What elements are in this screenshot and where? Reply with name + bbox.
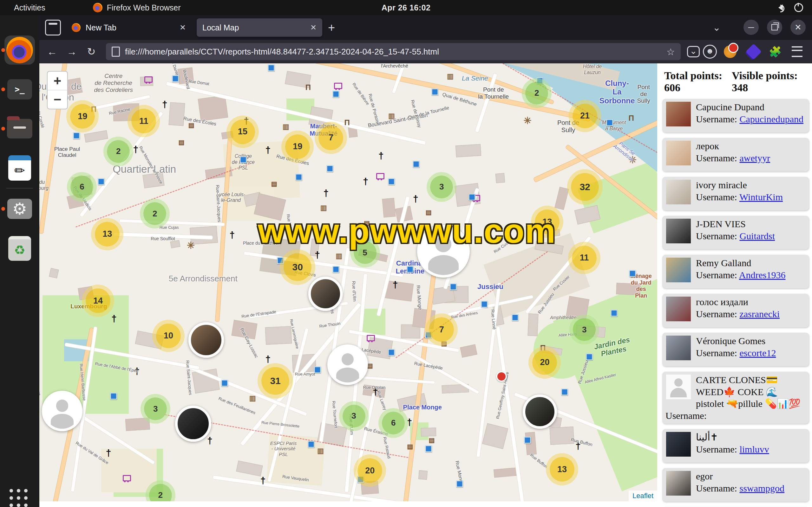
leaflet-attribution[interactable]: Leaflet [629,491,657,501]
activities-button[interactable]: Activities [14,3,45,12]
map-point-marker[interactable] [606,119,613,126]
map-point-marker[interactable] [611,309,617,316]
map-point-marker[interactable] [326,165,333,172]
user-card[interactable]: Véronique GomesUsername: escorte12 [662,333,809,366]
zoom-in-button[interactable]: + [48,72,67,90]
zoom-out-button[interactable]: − [48,90,67,109]
volume-icon[interactable] [775,4,783,11]
dock-item-settings[interactable]: ⚙ [4,194,35,223]
map-canvas[interactable]: + − www.pwwwu.com Leaflet Quartier de l'… [39,63,657,501]
cluster-marker[interactable]: 7 [429,317,454,342]
photo-marker[interactable] [523,395,557,429]
photo-marker[interactable] [308,277,343,311]
close-window-button[interactable]: ✕ [791,20,806,35]
cluster-marker[interactable]: 21 [572,104,597,128]
tab-close-icon[interactable]: ✕ [310,23,316,32]
map-point-marker[interactable] [407,266,413,273]
map-point-marker[interactable] [432,89,438,95]
cluster-marker[interactable]: 7 [318,125,343,150]
cluster-marker[interactable]: 19 [285,134,310,159]
dock-item-files[interactable] [4,114,35,143]
map-point-marker[interactable] [110,393,117,400]
username-link[interactable]: Guitardst [740,231,775,241]
username-link[interactable]: escorte12 [740,348,776,358]
map-point-marker[interactable] [314,367,321,373]
tab-new-tab[interactable]: New Tab✕ [66,18,192,37]
firefox-view-button[interactable] [45,20,61,36]
menu-hamburger-icon[interactable] [792,46,803,57]
username-link[interactable]: awetyyr [740,153,770,163]
map-point-marker[interactable] [481,301,488,308]
map-point-marker[interactable] [172,75,179,82]
cluster-marker[interactable]: 30 [284,253,311,281]
back-button[interactable]: ← [44,46,60,58]
map-point-marker[interactable] [388,349,395,356]
purple-extension-icon[interactable] [746,44,762,60]
dock-item-trash[interactable]: ♻ [4,234,35,263]
map-point-marker[interactable] [333,266,339,273]
username-link[interactable]: zasranecki [740,308,780,319]
map-point-marker[interactable] [524,437,531,443]
bookmark-star-icon[interactable]: ☆ [666,46,675,57]
map-point-marker[interactable] [586,353,593,360]
user-card[interactable]: голос издалиUsername: zasranecki [662,294,809,327]
cluster-marker[interactable]: 6 [70,176,93,199]
cluster-marker[interactable]: 14 [86,288,110,313]
power-icon[interactable] [794,3,803,12]
list-tabs-chevron-icon[interactable]: ⌄ [713,22,721,33]
map-point-marker[interactable] [277,257,284,264]
user-card[interactable]: ivory miracleUsername: WinturKim [662,177,809,210]
cluster-marker[interactable]: 19 [70,104,95,129]
cluster-marker[interactable]: 32 [571,173,599,201]
map-point-marker[interactable] [388,178,395,185]
map-point-marker[interactable] [456,481,463,487]
new-tab-button[interactable]: + [328,21,335,35]
person-marker[interactable] [327,344,368,385]
user-card[interactable]: J-DEN VIESUsername: Guitardst [662,216,809,249]
pocket-icon[interactable]: ⌄ [687,46,700,57]
user-card[interactable]: лерокUsername: awetyyr [662,138,809,171]
blocker-extension-icon[interactable] [724,45,737,58]
username-link[interactable]: limluvv [740,444,769,454]
cluster-marker[interactable]: 11 [572,245,597,270]
dock-item-firefox[interactable] [4,36,35,65]
tab-close-icon[interactable]: ✕ [180,23,186,32]
restore-button[interactable] [767,20,782,35]
username-link[interactable]: Capucinedupand [740,114,803,124]
map-point-marker[interactable] [221,380,228,386]
cluster-marker[interactable]: 6 [382,412,405,435]
map-point-marker[interactable] [240,157,247,163]
url-text[interactable]: file:///home/parallels/CCTV/reports-html… [125,47,661,57]
cluster-marker[interactable]: 20 [357,458,382,483]
photo-marker[interactable] [189,322,224,358]
user-card[interactable]: egorUsername: sswampgod [662,468,809,502]
tab-local-map[interactable]: Local Map✕ [197,18,322,37]
photo-marker[interactable] [175,406,211,442]
cluster-marker[interactable]: 20 [532,350,557,375]
page-info-icon[interactable] [112,47,120,57]
dock-item-terminal[interactable]: >_ [4,75,35,104]
cluster-marker[interactable]: 3 [343,405,365,428]
cluster-marker[interactable]: 13 [550,457,574,482]
extensions-puzzle-icon[interactable]: 🧩 [767,46,783,58]
cluster-marker[interactable]: 31 [261,367,289,395]
cluster-marker[interactable]: 2 [143,202,166,225]
username-link[interactable]: sswampgod [740,483,784,493]
forward-button[interactable]: → [63,46,80,58]
cluster-marker[interactable]: 10 [156,324,181,348]
map-point-marker[interactable] [308,441,315,448]
map-point-marker[interactable] [629,270,636,277]
points-sidebar[interactable]: Total points: 606 Visible points: 348 Ca… [657,63,812,507]
map-point-marker[interactable] [73,132,80,139]
cluster-marker[interactable]: 11 [131,109,156,133]
map-point-marker[interactable] [512,314,518,321]
map-point-marker[interactable] [413,161,420,167]
map-point-marker[interactable] [98,178,104,185]
cluster-marker[interactable]: 3 [573,318,596,341]
clock[interactable]: Apr 26 16:02 [382,3,431,12]
map-point-marker[interactable] [561,389,568,395]
username-link[interactable]: Andres1936 [739,270,786,280]
user-card[interactable]: ألينا✝Username: limluvv [662,429,809,463]
cluster-marker[interactable]: 13 [95,222,119,246]
cluster-marker[interactable]: 2 [525,82,548,105]
